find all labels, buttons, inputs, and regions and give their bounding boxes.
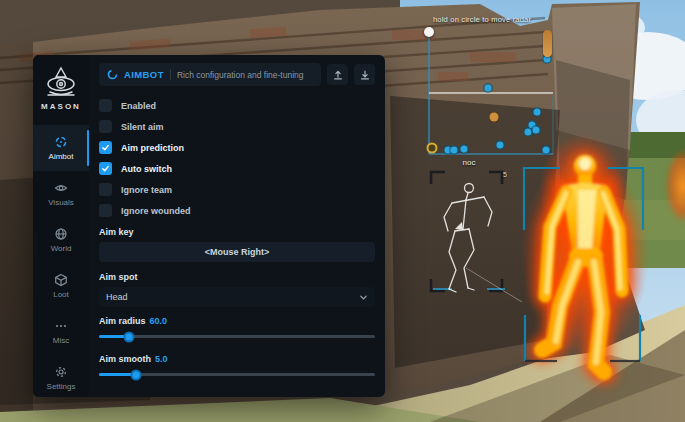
sidebar-item-visuals[interactable]: Visuals (33, 171, 89, 217)
esp-player-name: noc (453, 158, 485, 167)
aim-smooth-label: Aim smooth (99, 354, 151, 364)
sidebar-item-label: Misc (53, 336, 69, 345)
export-config-button[interactable] (354, 64, 375, 85)
checkbox-ignore-wounded[interactable]: Ignore wounded (99, 200, 375, 221)
radar-dot-blue (461, 146, 468, 153)
brand-name: MASON (41, 102, 81, 111)
sidebar-item-label: Loot (53, 290, 69, 299)
sidebar-item-label: Aimbot (49, 152, 74, 161)
offscreen-glow-entity (660, 138, 685, 234)
aim-spot-label: Aim spot (99, 272, 375, 282)
aim-spot-dropdown[interactable]: Head (99, 287, 375, 307)
upload-icon (332, 69, 344, 81)
radar-dot-blue (543, 147, 550, 154)
eye-icon (54, 181, 68, 195)
tab-title: AIMBOT (124, 69, 164, 80)
esp-distance-label: 5 (503, 171, 507, 178)
checkbox-label: Auto switch (121, 164, 172, 174)
chevron-down-icon (359, 293, 368, 302)
aim-smooth-value: 5.0 (155, 354, 168, 364)
checkbox-label: Ignore wounded (121, 206, 191, 216)
radar[interactable] (429, 32, 553, 155)
checkbox-box (99, 162, 112, 175)
radar-dot-blue (485, 85, 492, 92)
divider (170, 69, 171, 80)
sidebar-item-world[interactable]: World (33, 217, 89, 263)
slider-thumb[interactable] (124, 331, 135, 342)
radar-dot-blue (497, 142, 504, 149)
radar-dot-blue (525, 129, 532, 136)
off-radar-marker-capsule (543, 30, 552, 57)
brand-logo: MASON (40, 65, 82, 111)
checkbox-aim-prediction[interactable]: Aim prediction (99, 137, 375, 158)
radar-dot-blue (451, 147, 458, 154)
sidebar-item-misc[interactable]: Misc (33, 309, 89, 355)
tab-header: AIMBOT Rich configuration and fine-tunin… (99, 63, 321, 86)
radar-dot-orange (490, 113, 499, 122)
radar-dot-self (427, 143, 438, 154)
radar-dot-blue (534, 109, 541, 116)
sidebar-item-label: Settings (47, 382, 76, 391)
loading-ring-icon (107, 69, 118, 80)
cheat-menu-window: MASON Aimbot Visuals (33, 55, 385, 397)
checkbox-box (99, 141, 112, 154)
crate-icon (54, 273, 68, 287)
tab-subtitle: Rich configuration and fine-tuning (177, 70, 304, 80)
aim-key-label: Aim key (99, 227, 375, 237)
sidebar-item-label: Visuals (48, 198, 74, 207)
sidebar-item-settings[interactable]: Settings (33, 355, 89, 401)
checkbox-box (99, 120, 112, 133)
sidebar-item-label: World (51, 244, 72, 253)
aim-radius-label: Aim radius (99, 316, 146, 326)
crosshair-icon (54, 135, 68, 149)
radar-dot-blue (533, 127, 540, 134)
check-icon (101, 164, 110, 173)
checkbox-label: Aim prediction (121, 143, 184, 153)
sidebar-item-loot[interactable]: Loot (33, 263, 89, 309)
sidebar: MASON Aimbot Visuals (33, 55, 89, 397)
aimbot-tab-content: AIMBOT Rich configuration and fine-tunin… (89, 55, 385, 397)
checkbox-box (99, 204, 112, 217)
ellipsis-icon (54, 319, 68, 333)
aim-smooth-slider[interactable] (99, 369, 375, 380)
radar-tooltip: hold on circle to move radar (433, 15, 531, 24)
sidebar-item-aimbot[interactable]: Aimbot (33, 125, 89, 171)
import-config-button[interactable] (327, 64, 348, 85)
checkbox-box (99, 183, 112, 196)
gear-icon (54, 365, 68, 379)
checkbox-silent-aim[interactable]: Silent aim (99, 116, 375, 137)
checkbox-auto-switch[interactable]: Auto switch (99, 158, 375, 179)
check-icon (101, 143, 110, 152)
checkbox-enabled[interactable]: Enabled (99, 95, 375, 116)
globe-icon (54, 227, 68, 241)
slider-thumb[interactable] (131, 369, 142, 380)
checkbox-label: Enabled (121, 101, 156, 111)
checkbox-label: Ignore team (121, 185, 172, 195)
aim-key-bind-button[interactable]: <Mouse Right> (99, 242, 375, 262)
slider-track (99, 335, 375, 338)
aim-radius-slider[interactable] (99, 331, 375, 342)
checkbox-box (99, 99, 112, 112)
checkbox-label: Silent aim (121, 122, 164, 132)
aim-radius-value: 60.0 (150, 316, 168, 326)
aim-spot-value: Head (106, 292, 128, 302)
checkbox-ignore-team[interactable]: Ignore team (99, 179, 375, 200)
download-icon (359, 69, 371, 81)
masonic-eye-icon (40, 65, 82, 99)
